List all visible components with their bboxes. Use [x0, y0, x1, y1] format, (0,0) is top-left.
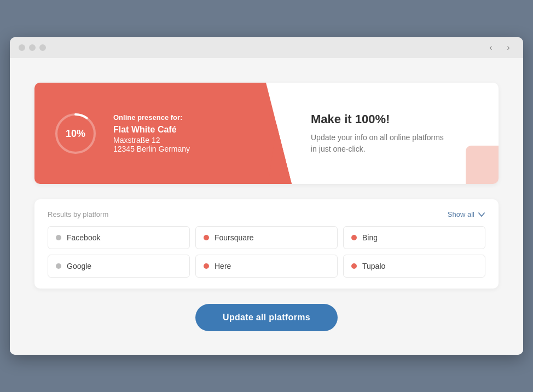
progress-value: 10%: [66, 128, 85, 139]
platform-status-dot: [56, 263, 61, 269]
back-arrow-icon[interactable]: ‹: [485, 42, 497, 54]
browser-window: ‹ › 10% Online presence for: Flat White …: [10, 37, 523, 355]
platforms-section: Results by platform Show all FacebookFou…: [34, 199, 499, 289]
platform-status-dot: [56, 235, 61, 240]
platform-item: Facebook: [48, 226, 190, 249]
platform-item: Google: [48, 255, 190, 278]
platform-status-dot: [204, 263, 209, 269]
platform-name: Here: [215, 262, 231, 270]
platform-item: Foursquare: [195, 226, 338, 249]
hero-right-panel: Make it 100%! Update your info on all on…: [292, 83, 499, 184]
show-all-label: Show all: [448, 210, 474, 218]
cta-heading: Make it 100%!: [311, 112, 479, 126]
platform-grid: FacebookFoursquareBingGoogleHereTupalo: [48, 226, 485, 278]
browser-dots: [19, 44, 46, 51]
online-presence-label: Online presence for:: [113, 113, 190, 122]
platform-status-dot: [204, 235, 209, 240]
business-name: Flat White Café: [113, 125, 190, 135]
progress-ring: 10%: [51, 109, 100, 158]
platform-status-dot: [351, 263, 357, 269]
update-all-platforms-button[interactable]: Update all platforms: [195, 304, 338, 331]
hero-left-panel: 10% Online presence for: Flat White Café…: [34, 83, 292, 184]
platform-status-dot: [351, 235, 357, 240]
browser-dot-1: [19, 44, 25, 51]
platform-item: Tupalo: [343, 255, 485, 278]
browser-content: 10% Online presence for: Flat White Café…: [10, 58, 523, 355]
platforms-header: Results by platform Show all: [48, 210, 485, 218]
platform-item: Here: [195, 255, 338, 278]
platforms-section-title: Results by platform: [48, 210, 108, 218]
address-line1: Maxstraße 12: [113, 136, 190, 145]
update-button-container: Update all platforms: [34, 304, 499, 331]
platform-name: Facebook: [67, 233, 100, 242]
hero-card: 10% Online presence for: Flat White Café…: [34, 83, 499, 184]
platform-item: Bing: [343, 226, 485, 249]
forward-arrow-icon[interactable]: ›: [502, 42, 514, 54]
cta-description: Update your info on all online platforms…: [311, 132, 479, 155]
browser-dot-2: [29, 44, 36, 51]
browser-chrome: ‹ ›: [10, 37, 523, 58]
platform-name: Foursquare: [215, 233, 254, 242]
platform-name: Tupalo: [362, 262, 385, 270]
chevron-down-icon: [478, 211, 485, 218]
browser-nav: ‹ ›: [485, 42, 514, 54]
platform-name: Bing: [362, 233, 378, 242]
browser-dot-3: [39, 44, 46, 51]
hero-business-info: Online presence for: Flat White Café Max…: [113, 113, 190, 153]
platform-name: Google: [67, 262, 91, 270]
address-line2: 12345 Berlin Germany: [113, 145, 190, 153]
show-all-button[interactable]: Show all: [448, 210, 485, 218]
